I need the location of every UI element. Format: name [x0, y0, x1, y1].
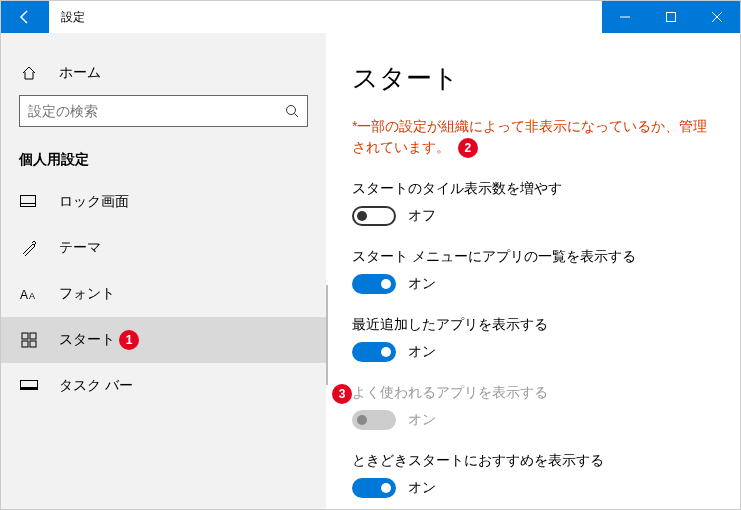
svg-rect-7 [30, 333, 36, 339]
setting-label: ときどきスタートにおすすめを表示する [352, 452, 714, 470]
setting-app-list: スタート メニューにアプリの一覧を表示する オン [352, 248, 714, 294]
window-controls [602, 1, 740, 33]
svg-rect-3 [21, 204, 36, 207]
toggle-state: オン [408, 343, 436, 361]
svg-rect-11 [21, 387, 38, 390]
sidebar-item-start[interactable]: スタート 1 [1, 317, 326, 363]
sidebar-item-taskbar[interactable]: タスク バー [1, 363, 326, 409]
sidebar-item-label: タスク バー [59, 377, 133, 395]
setting-most-used: 3 よく使われるアプリを表示する オン [352, 384, 714, 430]
search-input[interactable] [28, 103, 285, 119]
taskbar-icon [19, 380, 39, 392]
svg-rect-9 [30, 341, 36, 347]
sidebar-section-header: 個人用設定 [1, 129, 326, 179]
sidebar-item-fonts[interactable]: AA フォント [1, 271, 326, 317]
setting-recently-added: 最近追加したアプリを表示する オン [352, 316, 714, 362]
svg-text:A: A [29, 291, 35, 301]
sidebar-item-label: フォント [59, 285, 115, 303]
setting-more-tiles: スタートのタイル表示数を増やす オフ [352, 180, 714, 226]
lockscreen-icon [19, 195, 39, 209]
home-nav[interactable]: ホーム [1, 51, 326, 95]
start-icon [19, 332, 39, 348]
svg-point-1 [287, 106, 296, 115]
content-panel: スタート *一部の設定が組織によって非表示になっているか、管理されています。 2… [326, 33, 740, 509]
fonts-icon: AA [19, 287, 39, 301]
home-icon [19, 65, 39, 81]
toggle-most-used [352, 410, 396, 430]
scroll-indicator[interactable] [326, 285, 328, 385]
toggle-more-tiles[interactable] [352, 206, 396, 226]
setting-label: 最近追加したアプリを表示する [352, 316, 714, 334]
sidebar: ホーム 個人用設定 ロック画面 テーマ AA [1, 33, 326, 509]
search-box[interactable] [19, 95, 308, 127]
svg-rect-2 [21, 196, 36, 207]
sidebar-item-themes[interactable]: テーマ [1, 225, 326, 271]
sidebar-item-lockscreen[interactable]: ロック画面 [1, 179, 326, 225]
svg-rect-0 [667, 13, 676, 22]
window-title: 設定 [49, 1, 602, 33]
maximize-button[interactable] [648, 1, 694, 33]
setting-label: 3 よく使われるアプリを表示する [352, 384, 714, 402]
annotation-badge-2: 2 [458, 138, 478, 158]
toggle-state: オフ [408, 207, 436, 225]
toggle-state: オン [408, 275, 436, 293]
sidebar-item-label: テーマ [59, 239, 101, 257]
annotation-badge-1: 1 [119, 330, 139, 350]
toggle-recently-added[interactable] [352, 342, 396, 362]
toggle-app-list[interactable] [352, 274, 396, 294]
themes-icon [19, 240, 39, 256]
setting-label: スタート メニューにアプリの一覧を表示する [352, 248, 714, 266]
page-heading: スタート [352, 61, 714, 96]
setting-suggestions: ときどきスタートにおすすめを表示する オン [352, 452, 714, 498]
policy-warning: *一部の設定が組織によって非表示になっているか、管理されています。 2 [352, 116, 714, 158]
search-icon [285, 104, 299, 118]
titlebar: 設定 [1, 1, 740, 33]
annotation-badge-3: 3 [332, 384, 352, 404]
sidebar-item-label: ロック画面 [59, 193, 129, 211]
back-button[interactable] [1, 1, 49, 33]
sidebar-item-label: スタート [59, 331, 115, 349]
minimize-button[interactable] [602, 1, 648, 33]
toggle-state: オン [408, 411, 436, 429]
close-button[interactable] [694, 1, 740, 33]
main-area: ホーム 個人用設定 ロック画面 テーマ AA [1, 33, 740, 509]
search-container [1, 95, 326, 129]
svg-text:A: A [20, 288, 28, 301]
home-label: ホーム [59, 64, 101, 82]
setting-label: スタートのタイル表示数を増やす [352, 180, 714, 198]
toggle-state: オン [408, 479, 436, 497]
toggle-suggestions[interactable] [352, 478, 396, 498]
svg-rect-6 [22, 333, 28, 339]
svg-rect-8 [22, 341, 28, 347]
